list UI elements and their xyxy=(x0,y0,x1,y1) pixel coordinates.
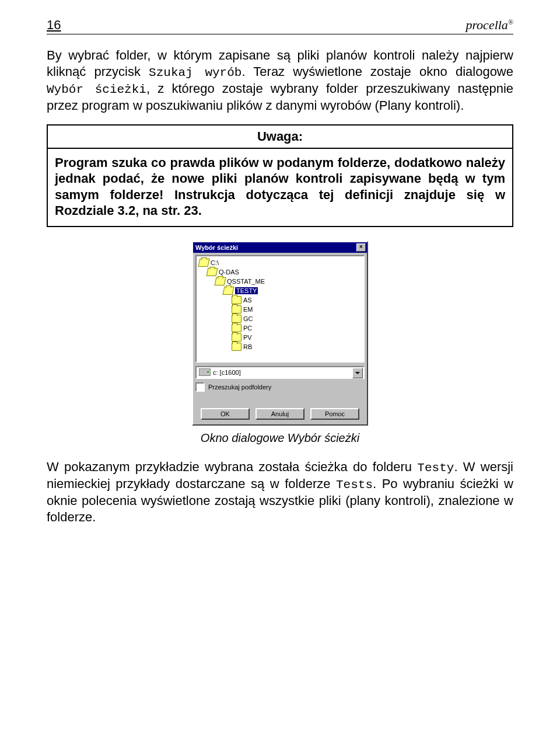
folder-tree-item-label: AS xyxy=(243,297,252,304)
folder-tree-item-label: GC xyxy=(243,315,253,322)
close-icon: × xyxy=(359,243,363,250)
registered-mark: ® xyxy=(508,18,513,26)
drive-combobox[interactable]: c: [c1600] xyxy=(195,366,365,379)
cancel-button[interactable]: Anuluj xyxy=(256,408,304,420)
folder-tree-item[interactable]: Q-DAS xyxy=(197,267,363,277)
folder-open-icon xyxy=(223,287,235,295)
note-box: Uwaga: Program szuka co prawda plików w … xyxy=(47,124,513,227)
folder-tree-item[interactable]: QSSTAT_ME xyxy=(197,277,363,286)
folder-tree-item[interactable]: EM xyxy=(197,305,363,314)
folder-closed-icon xyxy=(232,315,242,323)
page-header: 16 procella® xyxy=(47,18,513,34)
folder-tree-item[interactable]: TESTY xyxy=(197,286,363,295)
drive-icon xyxy=(199,368,211,376)
p2-t1: W pokazanym przykładzie wybrana została … xyxy=(47,459,417,474)
folder-closed-icon xyxy=(232,296,242,304)
search-subfolders-label: Przeszukaj podfoldery xyxy=(208,384,271,391)
folder-tree-item[interactable]: PC xyxy=(197,323,363,333)
p2-code-2: Tests xyxy=(336,478,373,492)
folder-open-icon xyxy=(206,268,218,276)
folder-open-icon xyxy=(198,259,210,267)
path-dialog: Wybór ścieżki × C:\Q-DASQSSTAT_METESTYAS… xyxy=(192,241,368,426)
folder-closed-icon xyxy=(232,305,242,313)
folder-open-icon xyxy=(215,277,226,285)
figure-caption: Okno dialogowe Wybór ścieżki xyxy=(47,431,513,445)
folder-closed-icon xyxy=(232,324,242,332)
folder-tree-item[interactable]: RB xyxy=(197,342,363,351)
dialog-title: Wybór ścieżki xyxy=(195,244,238,251)
folder-tree-item-label: TESTY xyxy=(235,287,258,294)
folder-tree-item-label: Q-DAS xyxy=(219,269,239,276)
folder-tree-item-label: PC xyxy=(243,325,252,332)
folder-tree-item[interactable]: C:\ xyxy=(197,258,363,267)
p1-code-1: Szukaj wyrób xyxy=(149,66,242,79)
paragraph-intro: By wybrać folder, w którym zapisane są p… xyxy=(47,47,513,114)
folder-tree-item[interactable]: GC xyxy=(197,314,363,323)
ok-button[interactable]: OK xyxy=(201,408,250,420)
p1-t2: . Teraz wyświetlone zostaje okno dialogo… xyxy=(242,64,513,79)
folder-tree-item-label: PV xyxy=(243,334,252,341)
combobox-dropdown-button[interactable] xyxy=(352,368,363,378)
folder-closed-icon xyxy=(232,343,242,351)
paragraph-after-figure: W pokazanym przykładzie wybrana została … xyxy=(47,459,513,525)
folder-tree-item-label: EM xyxy=(243,306,253,313)
folder-tree-item-label: QSSTAT_ME xyxy=(227,278,265,285)
page-number: 16 xyxy=(47,18,61,33)
folder-tree[interactable]: C:\Q-DASQSSTAT_METESTYASEMGCPCPVRB xyxy=(195,255,365,363)
dialog-titlebar: Wybór ścieżki × xyxy=(193,242,367,253)
search-subfolders-checkbox[interactable] xyxy=(195,382,205,392)
help-button[interactable]: Pomoc xyxy=(310,408,359,420)
close-button[interactable]: × xyxy=(356,243,366,252)
note-body: Program szuka co prawda plików w podanym… xyxy=(48,149,512,226)
p2-code-1: Testy xyxy=(417,461,454,475)
brand-text: procella xyxy=(466,18,508,32)
drive-label: c: [c1600] xyxy=(213,369,241,376)
folder-tree-item[interactable]: PV xyxy=(197,333,363,342)
brand-name: procella® xyxy=(466,18,513,33)
folder-tree-item-label: RB xyxy=(243,343,252,350)
folder-tree-item[interactable]: AS xyxy=(197,295,363,305)
folder-closed-icon xyxy=(232,333,242,342)
folder-tree-item-label: C:\ xyxy=(211,259,219,266)
p1-code-2: Wybór ścieżki xyxy=(47,83,146,96)
note-title: Uwaga: xyxy=(48,126,512,149)
